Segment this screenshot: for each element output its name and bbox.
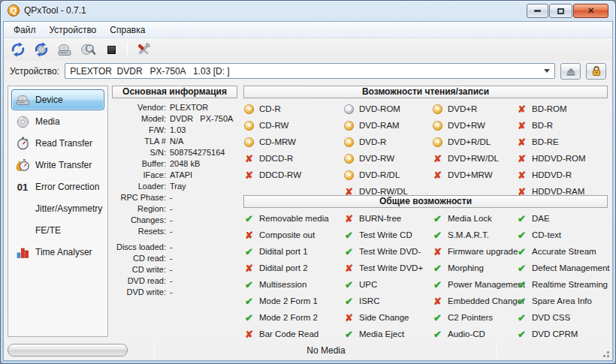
capability-label: BD-R bbox=[532, 121, 553, 130]
capability-item: DVD-RW bbox=[343, 150, 432, 167]
rescan-media-button[interactable] bbox=[32, 41, 50, 59]
capability-label: DVD-ROM bbox=[359, 104, 400, 113]
general-capabilities-panel: Общие возможности ✔Removable media✘Compo… bbox=[243, 195, 608, 342]
info-row: RPC Phase:- bbox=[112, 192, 237, 203]
capability-label: Removable media bbox=[259, 214, 329, 223]
capability-label: Realtime Streaming bbox=[532, 280, 608, 289]
info-value: - bbox=[170, 253, 173, 264]
info-value: 1.03 bbox=[170, 125, 186, 136]
capability-label: DVD-RW bbox=[359, 154, 394, 163]
check-icon: ✔ bbox=[432, 279, 443, 290]
titlebar[interactable]: Q QPxTool - 0.7.1 ✕ bbox=[1, 1, 615, 21]
eject-media-button[interactable] bbox=[56, 41, 74, 59]
capability-label: Embedded Changer bbox=[448, 296, 525, 305]
info-value: 508754275164 bbox=[170, 147, 225, 158]
lock-icon bbox=[591, 65, 602, 77]
cross-icon: ✘ bbox=[243, 329, 255, 340]
capability-label: Bar Code Read bbox=[259, 329, 319, 338]
check-icon: ✔ bbox=[343, 329, 355, 340]
sidebar-item-label: FE/TE bbox=[35, 225, 61, 236]
sidebar-item-label: Media bbox=[35, 116, 60, 127]
info-row: S/N:508754275164 bbox=[112, 147, 237, 158]
client-area: ФайлУстройствоСправка bbox=[3, 21, 613, 361]
capability-item: ✔Defect Management bbox=[516, 260, 610, 276]
info-label: Vendor: bbox=[112, 102, 166, 113]
capability-label: Media Lock bbox=[448, 214, 492, 223]
capability-label: Composite out bbox=[259, 230, 315, 239]
info-value: N/A bbox=[170, 136, 183, 147]
check-icon: ✔ bbox=[432, 312, 443, 323]
info-label: RPC Phase: bbox=[112, 192, 166, 203]
cd-icon bbox=[15, 115, 30, 128]
capability-item: ✘Firmware upgrade bbox=[432, 243, 516, 260]
sidebar-item-fe-te[interactable]: FE/TE bbox=[11, 220, 104, 241]
check-icon: ✔ bbox=[516, 230, 527, 241]
info-value: PLEXTOR bbox=[170, 102, 208, 113]
disc-icon bbox=[243, 104, 255, 114]
info-row: Region:- bbox=[112, 203, 237, 215]
stop-button[interactable] bbox=[102, 41, 120, 59]
sidebar-item-read-transfer[interactable]: Read Transfer bbox=[11, 133, 104, 154]
sidebar-item-jitter-asymmetry[interactable]: Jitter/Asymmetry bbox=[11, 198, 104, 219]
capability-label: DVD+RW bbox=[448, 121, 485, 130]
drive-icon bbox=[15, 93, 30, 107]
disc-icon bbox=[243, 137, 255, 147]
toolbar bbox=[4, 38, 612, 61]
capability-label: CD-R bbox=[259, 104, 281, 113]
cross-icon: ✘ bbox=[516, 120, 527, 131]
chevron-down-icon[interactable] bbox=[544, 69, 550, 73]
basic-info-rows: Vendor:PLEXTORModel:DVDR PX-750AF/W:1.03… bbox=[112, 102, 237, 298]
capability-item: ✘BURN-free bbox=[343, 210, 432, 227]
capability-label: Mode 2 Form 2 bbox=[259, 313, 318, 322]
minimize-icon bbox=[534, 10, 541, 12]
disc-icon bbox=[432, 121, 443, 131]
capability-column: DVD+RDVD+RWDVD+R/DL✘DVD+RW/DL✘DVD+MRW bbox=[432, 101, 516, 200]
preferences-button[interactable] bbox=[134, 41, 152, 59]
sidebar-item-write-transfer[interactable]: Write Transfer bbox=[11, 155, 104, 176]
capability-column: ✔Removable media✘Composite out✔Didital p… bbox=[243, 210, 343, 342]
sidebar-item-label: Error Correction bbox=[35, 182, 99, 192]
maximize-button[interactable] bbox=[549, 4, 572, 18]
info-label: DVD read: bbox=[112, 275, 166, 287]
eject-media-icon bbox=[56, 41, 73, 58]
menu-item-2[interactable]: Справка bbox=[103, 22, 152, 38]
capability-item: ✔Audio-CD bbox=[432, 326, 516, 342]
resize-grip[interactable] bbox=[600, 348, 610, 358]
check-icon: ✔ bbox=[343, 230, 355, 241]
lock-button[interactable] bbox=[586, 63, 606, 80]
check-icon: ✔ bbox=[243, 296, 255, 307]
capability-label: DVD+RW/DL bbox=[448, 154, 499, 163]
capability-item: DVD+R/DL bbox=[432, 134, 516, 150]
sidebar-item-time-analyser[interactable]: Time Analyser bbox=[11, 242, 104, 263]
sidebar-item-device[interactable]: Device bbox=[11, 89, 104, 110]
info-value: - bbox=[170, 192, 173, 203]
sidebar-item-label: Read Transfer bbox=[35, 138, 92, 149]
menu-item-0[interactable]: Файл bbox=[7, 22, 43, 38]
app-logo-icon: Q bbox=[8, 5, 20, 17]
menu-item-1[interactable]: Устройство bbox=[43, 22, 104, 38]
sidebar-item-media[interactable]: Media bbox=[11, 111, 104, 132]
check-icon: ✔ bbox=[516, 213, 527, 224]
general-capabilities-header: Общие возможности bbox=[243, 195, 608, 208]
close-button[interactable]: ✕ bbox=[573, 4, 608, 18]
rw-capabilities-panel: Возможности чтения/записи CD-RCD-RWCD-MR… bbox=[243, 86, 608, 200]
sidebar-item-error-correction[interactable]: 01Error Correction bbox=[11, 176, 104, 197]
capability-item: DVD-R/DL bbox=[343, 167, 432, 183]
eject-button[interactable] bbox=[560, 63, 581, 80]
capability-label: UPC bbox=[359, 280, 377, 289]
capability-label: DVD+R bbox=[448, 104, 477, 113]
capability-item: ✘Embedded Changer bbox=[432, 293, 516, 309]
capability-label: Test Write DVD- bbox=[359, 247, 421, 256]
cross-icon: ✘ bbox=[343, 213, 355, 224]
cross-icon: ✘ bbox=[243, 263, 255, 274]
capability-item: ✔Mode 2 Form 1 bbox=[243, 293, 343, 309]
capability-label: DVD-R/DL bbox=[359, 170, 400, 179]
check-media-button[interactable] bbox=[79, 41, 97, 59]
cross-icon: ✘ bbox=[516, 153, 527, 164]
cross-icon: ✘ bbox=[516, 170, 527, 181]
device-combobox[interactable]: PLEXTOR DVDR PX-750A 1.03 [D: ] bbox=[65, 63, 555, 79]
minimize-button[interactable] bbox=[527, 4, 548, 18]
refresh-devices-button[interactable] bbox=[9, 41, 27, 59]
disc-icon bbox=[343, 137, 355, 147]
info-value: - bbox=[170, 275, 173, 287]
